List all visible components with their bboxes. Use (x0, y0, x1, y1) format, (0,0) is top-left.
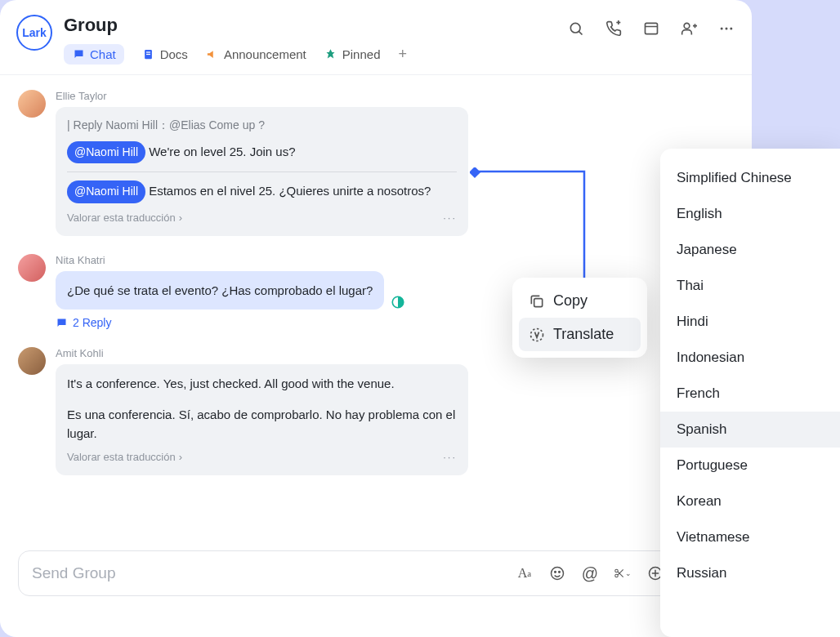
plus-icon: + (399, 46, 408, 63)
message-body: Amit Kohli It's a conference. Yes, just … (56, 347, 734, 475)
message-row: Amit Kohli It's a conference. Yes, just … (18, 347, 734, 475)
avatar[interactable] (18, 347, 46, 375)
announcement-icon (206, 48, 219, 61)
divider (67, 172, 457, 172)
lang-option[interactable]: Vietnamese (660, 519, 840, 555)
copy-icon (529, 293, 545, 310)
chat-icon (72, 48, 85, 61)
lang-option[interactable]: Indonesian (660, 340, 840, 376)
svg-point-12 (721, 28, 723, 30)
more-icon[interactable]: ··· (443, 449, 457, 466)
chevron-right-icon: › (179, 449, 182, 466)
svg-point-3 (570, 23, 580, 33)
reply-count-text: 2 Reply (73, 316, 111, 329)
tab-pinned[interactable]: Pinned (324, 47, 381, 61)
message-body: Ellie Taylor | Reply Naomi Hill：@Elias C… (56, 90, 734, 236)
svg-rect-2 (146, 54, 150, 55)
input-placeholder: Send Group (32, 564, 516, 582)
message-line: @Naomi Hill We're on level 25. Join us? (67, 141, 457, 164)
sender-name: Nita Khatri (56, 254, 734, 266)
message-text: ¿De qué se trata el evento? ¿Has comprob… (67, 283, 373, 297)
read-status-icon (391, 295, 405, 310)
search-icon[interactable] (567, 20, 585, 38)
input-actions: Aa @ ⌄ (516, 564, 664, 582)
svg-rect-28 (534, 298, 543, 306)
reply-reference[interactable]: | Reply Naomi Hill：@Elias Come up ? (67, 117, 457, 135)
context-copy[interactable]: Copy (519, 284, 641, 318)
add-member-icon[interactable] (680, 20, 698, 38)
svg-rect-1 (146, 51, 150, 52)
font-icon[interactable]: Aa (516, 564, 534, 582)
svg-point-14 (730, 28, 732, 30)
tab-bar: Chat Docs Announcement (64, 44, 567, 74)
lang-option[interactable]: Thai (660, 268, 840, 304)
panel-icon[interactable] (642, 20, 660, 38)
message-bubble[interactable]: | Reply Naomi Hill：@Elias Come up ? @Nao… (56, 107, 468, 236)
context-menu: Copy Translate (512, 278, 647, 358)
avatar[interactable] (18, 254, 46, 282)
translate-icon (529, 327, 545, 343)
lang-option[interactable]: Portuguese (660, 448, 840, 483)
translated-text: Estamos en el nivel 25. ¿Quieres unirte … (149, 184, 431, 198)
docs-icon (142, 48, 155, 61)
message-row: Ellie Taylor | Reply Naomi Hill：@Elias C… (18, 90, 734, 236)
tab-label: Announcement (224, 47, 306, 61)
message-list: Ellie Taylor | Reply Naomi Hill：@Elias C… (0, 75, 752, 475)
header: Lark Group Chat Docs (0, 0, 752, 75)
chevron-right-icon: › (179, 210, 182, 226)
rate-label: Valorar esta traducción (67, 449, 176, 466)
mention-icon[interactable]: @ (581, 564, 599, 582)
lang-option[interactable]: Japanese (660, 232, 840, 268)
svg-rect-7 (646, 23, 658, 33)
message-bubble[interactable]: ¿De qué se trata el evento? ¿Has comprob… (56, 271, 384, 310)
more-icon[interactable] (717, 20, 735, 38)
emoji-icon[interactable] (548, 564, 566, 582)
message-line: @Naomi Hill Estamos en el nivel 25. ¿Qui… (67, 180, 457, 203)
reply-icon (56, 317, 68, 329)
tab-docs[interactable]: Docs (142, 47, 188, 61)
tab-label: Docs (160, 47, 188, 61)
rate-row: Valorar esta traducción › ··· (67, 449, 457, 466)
app-logo: Lark (16, 15, 52, 51)
title-area: Group Chat Docs (64, 15, 567, 74)
context-translate[interactable]: Translate (519, 318, 641, 351)
svg-point-13 (726, 28, 728, 30)
translated-text: Es una conferencia. Sí, acabo de comprob… (67, 405, 457, 443)
mention-chip[interactable]: @Naomi Hill (67, 141, 145, 164)
message-input[interactable]: Send Group Aa @ ⌄ (18, 550, 678, 596)
pin-icon (324, 48, 337, 61)
rate-row: Valorar esta traducción › ··· (67, 210, 457, 226)
message-text: We're on level 25. Join us? (149, 145, 295, 158)
tab-label: Chat (90, 47, 116, 61)
rate-translation[interactable]: Valorar esta traducción › (67, 210, 182, 226)
lang-option[interactable]: French (660, 376, 840, 412)
more-icon[interactable]: ··· (443, 210, 457, 226)
svg-point-17 (555, 572, 556, 573)
rate-translation[interactable]: Valorar esta traducción › (67, 449, 182, 466)
tab-add[interactable]: + (399, 46, 408, 63)
lang-option[interactable]: Korean (660, 483, 840, 519)
lang-option[interactable]: Russian (660, 555, 840, 591)
tab-chat[interactable]: Chat (64, 44, 124, 65)
message-bubble[interactable]: It's a conference. Yes, just checked. Al… (56, 364, 468, 475)
avatar[interactable] (18, 90, 46, 118)
rate-label: Valorar esta traducción (67, 210, 176, 226)
message-text: It's a conference. Yes, just checked. Al… (67, 374, 457, 393)
context-label: Copy (553, 292, 588, 310)
sender-name: Ellie Taylor (56, 90, 734, 102)
language-menu: Simplified Chinese English Japanese Thai… (660, 149, 840, 637)
scissors-icon[interactable]: ⌄ (614, 564, 632, 582)
mention-chip[interactable]: @Naomi Hill (67, 180, 145, 203)
lang-option[interactable]: Simplified Chinese (660, 160, 840, 196)
svg-line-4 (579, 31, 582, 34)
svg-point-16 (552, 568, 564, 580)
svg-point-9 (684, 23, 690, 29)
lang-option[interactable]: Hindi (660, 304, 840, 340)
header-actions (567, 15, 735, 38)
chat-title: Group (64, 15, 567, 36)
call-icon[interactable] (605, 20, 623, 38)
tab-announcement[interactable]: Announcement (206, 47, 306, 61)
lang-option[interactable]: English (660, 196, 840, 232)
lang-option-selected[interactable]: Spanish (660, 412, 840, 448)
context-label: Translate (553, 326, 614, 343)
